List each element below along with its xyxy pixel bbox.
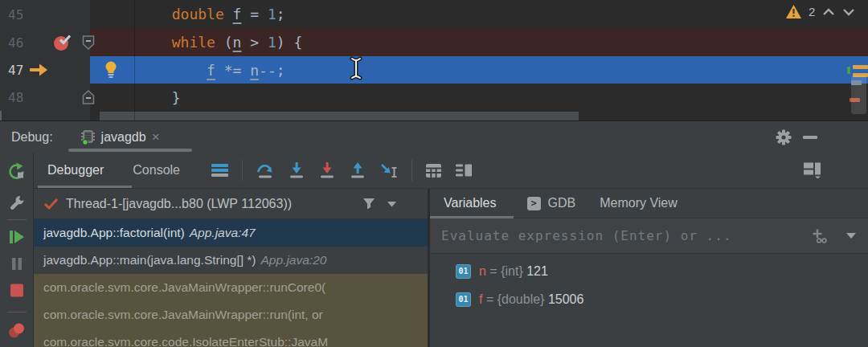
code-text[interactable]: } <box>90 89 181 106</box>
stack-frame[interactable]: com.oracle.svm.core.code.IsolateEnterStu… <box>34 329 428 347</box>
close-tab-icon[interactable]: × <box>152 130 160 144</box>
editor-gutter[interactable]: 45 <box>0 0 90 28</box>
variable-value: 15006 <box>548 292 584 306</box>
line-number: 48 <box>8 90 23 105</box>
step-over-icon[interactable] <box>256 161 275 179</box>
frame-location: App.java:47 <box>190 226 256 240</box>
thread-ok-icon <box>43 198 59 210</box>
code-segment: ) { <box>276 34 303 51</box>
restore-layout-icon[interactable] <box>803 162 821 179</box>
frame-method: com.oracle.svm.core.JavaMainWrapper::run… <box>43 280 326 295</box>
stack-frame[interactable]: javagdb.App::main(java.lang.String[] *)A… <box>34 247 428 274</box>
evaluate-expression-icon[interactable] <box>425 163 442 178</box>
layout-options-icon[interactable] <box>455 163 473 178</box>
tab-console[interactable]: Console <box>125 163 188 178</box>
execution-point-icon <box>29 63 48 77</box>
code-segment: ( <box>215 34 233 51</box>
variable-type: = {int} <box>486 264 526 278</box>
active-tab-underline <box>68 149 192 152</box>
tab-gdb[interactable]: > GDB <box>527 196 576 210</box>
code-segment: n <box>233 34 242 51</box>
thread-filter-icon[interactable] <box>362 198 375 210</box>
editor-line[interactable]: 47 f *= n--; <box>0 56 868 84</box>
toolbar-separator <box>242 160 243 181</box>
debug-left-toolbar <box>0 153 34 347</box>
clipped-popup-edge <box>100 112 579 120</box>
warning-icon <box>786 5 801 18</box>
variable-row[interactable]: 01f = {double} 15006 <box>430 285 868 313</box>
line-number: 46 <box>8 35 23 50</box>
variable-row[interactable]: 01n = {int} 121 <box>430 257 868 285</box>
run-to-cursor-icon[interactable] <box>379 161 399 179</box>
terminal-icon: > <box>527 197 541 210</box>
tab-variables[interactable]: Variables <box>444 196 497 210</box>
debug-tool-window: Debug: javagdb × <box>0 120 868 347</box>
force-step-into-icon[interactable] <box>318 161 336 179</box>
view-breakpoints-icon[interactable] <box>7 321 26 340</box>
code-segment: *= <box>215 62 250 79</box>
rerun-icon[interactable] <box>7 162 26 181</box>
editor-line[interactable]: 45 double f = 1; <box>0 0 868 28</box>
threads-view-icon[interactable] <box>211 163 229 178</box>
editor-gutter[interactable]: 46 <box>0 28 90 56</box>
stack-frame[interactable]: javagdb.App::factorial(int)App.java:47 <box>34 219 428 247</box>
code-segment: f <box>207 62 215 79</box>
variable-name: n <box>479 264 486 278</box>
code-segment: ; <box>276 6 285 22</box>
chevron-down-icon[interactable] <box>845 232 857 239</box>
code-text[interactable]: f *= n--; <box>90 62 285 79</box>
editor-gutter[interactable]: 48 <box>0 84 90 111</box>
evaluate-placeholder: Evaluate expression (Enter) or ... <box>441 228 805 243</box>
stack-frame[interactable]: com.oracle.svm.core.JavaMainWrapper::run… <box>34 301 428 329</box>
frames-panel: Thread-1-[javagdb...b80 (LWP 112063)) ja… <box>34 189 428 347</box>
tab-debugger[interactable]: Debugger <box>39 163 112 178</box>
stop-icon[interactable] <box>9 283 24 298</box>
stripe-mark-warning[interactable] <box>853 65 868 69</box>
step-into-icon[interactable] <box>288 161 305 179</box>
line-number: 47 <box>8 63 23 78</box>
toolbar-separator <box>411 160 412 181</box>
editor-line[interactable]: 48 } <box>0 84 868 111</box>
toolbar-separator <box>7 219 27 220</box>
add-watch-icon[interactable] <box>811 228 828 243</box>
gutter-divider <box>134 0 135 120</box>
code-segment: while <box>172 34 215 51</box>
tab-memory-view[interactable]: Memory View <box>600 196 678 210</box>
variable-text: n = {int} 121 <box>479 264 548 279</box>
step-out-icon[interactable] <box>349 161 366 179</box>
editor-scrollbar-thumb[interactable] <box>851 76 866 114</box>
code-segment: --; <box>259 62 285 79</box>
wrench-icon[interactable] <box>8 194 25 211</box>
code-segment: f <box>233 6 242 22</box>
variables-panel: Variables > GDB Memory View Evaluate exp… <box>430 189 868 347</box>
run-configuration-icon <box>80 129 96 145</box>
editor-gutter[interactable]: 47 <box>0 56 90 84</box>
resume-icon[interactable] <box>8 228 26 246</box>
active-tab-underline <box>38 186 132 188</box>
toolbar-separator <box>7 312 27 312</box>
hide-panel-icon[interactable] <box>803 136 817 139</box>
editor-line[interactable]: 46 while (n > 1) { <box>0 28 868 56</box>
next-problem-icon[interactable] <box>842 8 855 16</box>
active-tab-underline <box>430 216 514 218</box>
code-text[interactable]: double f = 1; <box>90 6 285 22</box>
code-segment: double <box>172 6 224 22</box>
thread-selector[interactable]: Thread-1-[javagdb...b80 (LWP 112063)) <box>34 189 428 219</box>
debug-title: Debug: <box>11 130 53 145</box>
evaluate-expression-input[interactable]: Evaluate expression (Enter) or ... <box>430 218 868 254</box>
inspections-widget[interactable]: 2 <box>786 5 855 18</box>
chevron-down-icon[interactable] <box>387 201 397 207</box>
pause-icon[interactable] <box>10 256 24 271</box>
prev-problem-icon[interactable] <box>822 8 835 16</box>
stack-frame[interactable]: com.oracle.svm.core.JavaMainWrapper::run… <box>34 274 428 301</box>
mouse-ibeam-cursor <box>349 56 363 80</box>
code-editor[interactable]: 45 double f = 1;46 while (n > 1) {47 <box>0 0 868 120</box>
code-text[interactable]: while (n > 1) { <box>90 34 302 51</box>
gear-icon[interactable] <box>775 129 792 146</box>
code-indent <box>102 6 172 22</box>
code-segment: n <box>250 62 259 79</box>
frame-method: javagdb.App::main(java.lang.String[] *) <box>43 253 256 267</box>
frame-location: App.java:20 <box>261 253 327 267</box>
breakpoint-icon[interactable] <box>53 34 72 51</box>
stripe-mark-green[interactable] <box>847 67 850 74</box>
